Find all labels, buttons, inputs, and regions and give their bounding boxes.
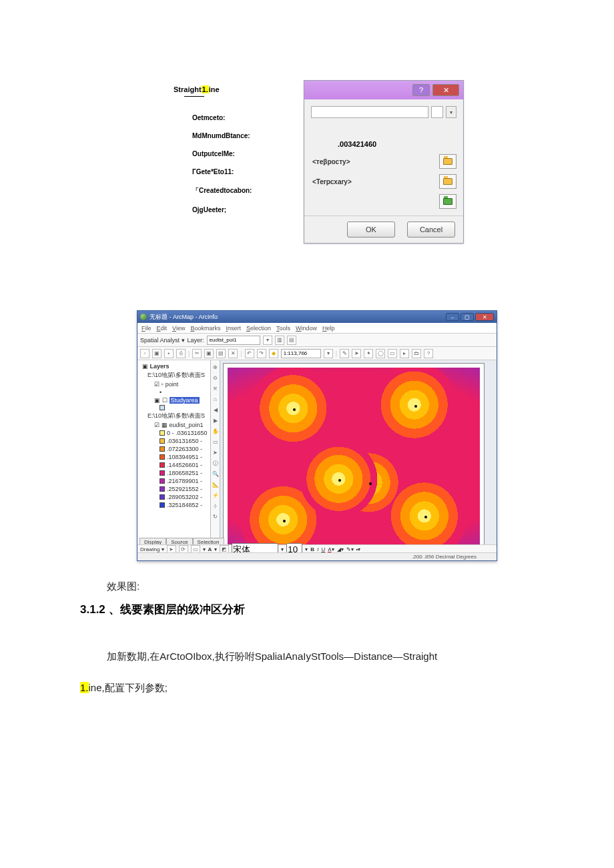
dialog-title: Straight1.ine bbox=[174, 85, 220, 93]
find-icon[interactable]: 🔍 bbox=[212, 470, 220, 478]
help-icon[interactable]: ? bbox=[424, 349, 433, 358]
menu-window[interactable]: Window bbox=[296, 325, 317, 332]
pan-icon[interactable]: ✋ bbox=[212, 427, 220, 435]
input-unknown-small[interactable] bbox=[431, 106, 443, 118]
tb-sa-label[interactable]: Spatial Analyst ▾ bbox=[140, 337, 185, 344]
editor-icon[interactable]: ✎ bbox=[340, 349, 349, 358]
open-icon[interactable]: ▣ bbox=[152, 349, 162, 358]
chevron-down-icon[interactable]: ▾ bbox=[324, 349, 333, 358]
cancel-button[interactable]: Cancel bbox=[407, 222, 455, 238]
minimize-button[interactable]: – bbox=[446, 313, 459, 321]
menu-bookmarks[interactable]: Bookmarks bbox=[190, 325, 220, 332]
toc-layer-point[interactable]: ☑ ▫ point bbox=[139, 380, 208, 388]
new-icon[interactable]: ▫ bbox=[140, 349, 149, 358]
scale-input[interactable] bbox=[281, 349, 321, 358]
toc-layer-studyarea[interactable]: ▣ ☐ Studyarea bbox=[139, 396, 208, 404]
map-canvas[interactable] bbox=[223, 363, 485, 558]
output-cell-value: .003421460 bbox=[311, 137, 456, 151]
class-swatch bbox=[160, 494, 165, 500]
toc-class-row[interactable]: .325184852 - bbox=[139, 501, 208, 509]
pointer-icon[interactable]: ➤ bbox=[212, 448, 220, 456]
rect-icon[interactable]: ▭ bbox=[388, 349, 397, 358]
browse-button-3[interactable] bbox=[439, 194, 456, 209]
xy-icon[interactable]: ⊹ bbox=[212, 502, 220, 510]
toc-class-row[interactable]: .072263300 - bbox=[139, 445, 208, 453]
pan-zoom-icon[interactable]: ⤧ bbox=[212, 384, 220, 392]
print-icon[interactable]: ⎙ bbox=[176, 349, 186, 358]
undo-icon[interactable]: ↶ bbox=[245, 349, 254, 358]
class-label: .036131650 - bbox=[167, 438, 202, 444]
class-label: .072263300 - bbox=[167, 446, 202, 452]
delete-icon[interactable]: ✕ bbox=[228, 349, 238, 358]
histogram-icon[interactable]: ▥ bbox=[275, 336, 284, 345]
table-of-contents[interactable]: ▣ Layers E:\10地第\多数\表面S ☑ ▫ point • ▣ ☐ … bbox=[137, 360, 211, 560]
pointer-icon[interactable]: ➤ bbox=[352, 349, 361, 358]
measure-icon[interactable]: 📐 bbox=[212, 480, 220, 488]
chevron-down-icon[interactable]: ▾ bbox=[263, 336, 272, 345]
marker-color-icon[interactable]: •▾ bbox=[356, 546, 361, 552]
toc-layer-euclid[interactable]: ☑ ▦ eudist_poin1 bbox=[139, 421, 208, 429]
chart-icon[interactable]: ▤ bbox=[287, 336, 296, 345]
menu-help[interactable]: Help bbox=[322, 325, 335, 332]
cut-icon[interactable]: ✂ bbox=[192, 349, 202, 358]
tb-layer-input[interactable] bbox=[207, 336, 260, 345]
toc-group-1[interactable]: E:\10地第\多数\表面S bbox=[139, 370, 208, 380]
refresh-icon[interactable]: ↻ bbox=[212, 512, 220, 520]
toc-class-row[interactable]: .036131650 - bbox=[139, 437, 208, 445]
class-swatch bbox=[160, 486, 165, 492]
drawing-label[interactable]: Drawing ▾ bbox=[140, 546, 164, 552]
titlebar-close-button[interactable]: ✕ bbox=[432, 84, 459, 96]
save-icon[interactable]: ▪ bbox=[164, 349, 174, 358]
toc-class-row[interactable]: .289053202 - bbox=[139, 493, 208, 501]
menu-insert[interactable]: Insert bbox=[226, 325, 241, 332]
combo-arrow-icon[interactable]: ▾ bbox=[446, 106, 456, 118]
toc-root[interactable]: ▣ Layers bbox=[139, 362, 208, 370]
toc-class-row[interactable]: .216789901 - bbox=[139, 477, 208, 485]
maximize-button[interactable]: ▢ bbox=[460, 313, 474, 321]
full-extent-icon[interactable]: ⌂ bbox=[212, 395, 220, 403]
zoom-out-icon[interactable]: ⊖ bbox=[212, 374, 220, 382]
close-window-button[interactable]: ✕ bbox=[475, 313, 494, 321]
underline-button[interactable]: U bbox=[321, 546, 325, 552]
dlg-label-6: OjgUeeter; bbox=[174, 201, 294, 219]
add-data-icon[interactable]: ◆ bbox=[269, 349, 278, 358]
zoom-in-icon[interactable]: ⊕ bbox=[212, 363, 220, 371]
section-heading: 3.1.2 、线要素图层的级冲区分析 bbox=[80, 602, 534, 617]
menu-view[interactable]: View bbox=[172, 325, 185, 332]
distance-to-input[interactable] bbox=[311, 106, 428, 118]
wand-icon[interactable]: ✦ bbox=[364, 349, 373, 358]
copy-icon[interactable]: ▣ bbox=[204, 349, 214, 358]
italic-button[interactable]: I bbox=[317, 546, 318, 552]
catalog-icon[interactable]: 🗀 bbox=[412, 349, 421, 358]
ok-button[interactable]: OK bbox=[347, 222, 395, 238]
hyperlink-icon[interactable]: ⚡ bbox=[212, 491, 220, 499]
prev-extent-icon[interactable]: ◀ bbox=[212, 406, 220, 414]
identify-icon[interactable]: ⓘ bbox=[212, 459, 220, 467]
toc-class-row[interactable]: .144526601 - bbox=[139, 461, 208, 469]
toc-class-row[interactable]: 0 - .036131650 bbox=[139, 429, 208, 437]
titlebar-help-button[interactable]: ? bbox=[412, 84, 430, 96]
redo-icon[interactable]: ↷ bbox=[257, 349, 266, 358]
toc-class-row[interactable]: .180658251 - bbox=[139, 469, 208, 477]
bold-button[interactable]: B bbox=[310, 546, 314, 552]
next-extent-icon[interactable]: ▶ bbox=[212, 416, 220, 424]
browse-button-2[interactable] bbox=[439, 174, 456, 189]
status-bar: .200 .856 Decimal Degrees bbox=[137, 552, 497, 560]
arcmap-menubar: File Edit View Bookmarks Insert Selectio… bbox=[137, 323, 497, 334]
menu-selection[interactable]: Selection bbox=[246, 325, 271, 332]
fill-color-icon[interactable]: ◢▾ bbox=[337, 546, 344, 552]
paste-icon[interactable]: ▤ bbox=[216, 349, 226, 358]
select-icon[interactable]: ▭ bbox=[212, 438, 220, 446]
font-color-icon[interactable]: A▾ bbox=[328, 546, 334, 552]
line-color-icon[interactable]: ✎▾ bbox=[346, 546, 354, 552]
toc-class-row[interactable]: .108394951 - bbox=[139, 453, 208, 461]
tool-icon[interactable]: ▸ bbox=[400, 349, 409, 358]
toc-group-2[interactable]: E:\10地第\多数\表面S bbox=[139, 411, 208, 421]
menu-edit[interactable]: Edit bbox=[157, 325, 168, 332]
browse-button-1[interactable] bbox=[439, 154, 456, 169]
menu-tools[interactable]: Tools bbox=[276, 325, 290, 332]
toc-class-row[interactable]: .252921552 - bbox=[139, 485, 208, 493]
class-label: .144526601 - bbox=[167, 462, 202, 468]
menu-file[interactable]: File bbox=[141, 325, 151, 332]
circle-icon[interactable]: ◯ bbox=[376, 349, 385, 358]
